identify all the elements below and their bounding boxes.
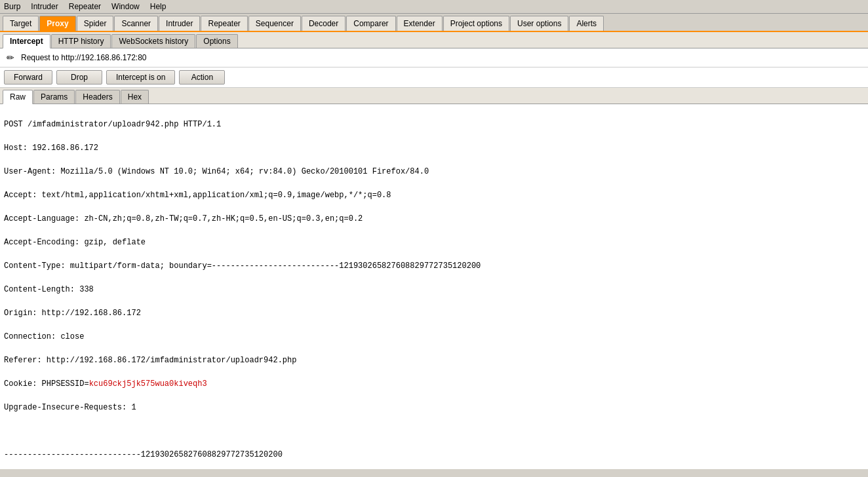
tab-websockets-history[interactable]: WebSockets history [111, 34, 195, 48]
request-line4: Accept: text/html,application/xhtml+xml,… [4, 189, 864, 201]
request-line3: User-Agent: Mozilla/5.0 (Windows NT 10.0… [4, 166, 864, 178]
tab-extender[interactable]: Extender [397, 16, 443, 31]
menu-intruder[interactable]: Intruder [30, 1, 59, 12]
request-line6: Accept-Encoding: gzip, deflate [4, 237, 864, 248]
second-nav: Intercept HTTP history WebSockets histor… [0, 32, 868, 48]
request-cookie-line: Cookie: PHPSESSID=kcu69ckj5jk575wua0kive… [4, 378, 864, 390]
request-line9: Origin: http://192.168.86.172 [4, 307, 864, 319]
tab-user-options[interactable]: User options [510, 16, 568, 31]
request-line15: -----------------------------12193026582… [4, 449, 864, 461]
menu-window[interactable]: Window [110, 1, 141, 12]
tab-http-history[interactable]: HTTP history [51, 34, 111, 48]
request-line14 [4, 425, 864, 437]
request-line11: Referer: http://192.168.86.172/imfadmini… [4, 354, 864, 366]
pencil-icon: ✏ [4, 51, 17, 64]
action-button[interactable]: Action [179, 70, 225, 85]
request-line8: Content-Length: 338 [4, 284, 864, 296]
top-nav: Target Proxy Spider Scanner Intruder Rep… [0, 14, 868, 32]
request-line5: Accept-Language: zh-CN,zh;q=0.8,zh-TW;q=… [4, 213, 864, 225]
request-line10: Connection: close [4, 331, 864, 343]
tab-options[interactable]: Options [196, 34, 237, 48]
menu-repeater[interactable]: Repeater [68, 1, 102, 12]
tab-spider[interactable]: Spider [77, 16, 114, 31]
tab-decoder[interactable]: Decoder [302, 16, 345, 31]
tab-hex[interactable]: Hex [121, 90, 149, 104]
request-line7: Content-Type: multipart/form-data; bound… [4, 260, 864, 272]
drop-button[interactable]: Drop [56, 70, 102, 85]
tab-params[interactable]: Params [33, 90, 75, 104]
tab-raw[interactable]: Raw [3, 90, 33, 104]
content-tabs: Raw Params Headers Hex [0, 88, 868, 104]
menu-burp[interactable]: Burp [3, 1, 22, 12]
tab-intruder[interactable]: Intruder [159, 16, 200, 31]
tab-target[interactable]: Target [3, 16, 39, 31]
forward-button[interactable]: Forward [4, 70, 52, 85]
tab-comparer[interactable]: Comparer [346, 16, 395, 31]
tab-intercept[interactable]: Intercept [3, 34, 50, 48]
request-line13: Upgrade-Insecure-Requests: 1 [4, 402, 864, 413]
tab-project-options[interactable]: Project options [443, 16, 509, 31]
action-bar: Forward Drop Intercept is on Action [0, 67, 868, 88]
menu-bar: Burp Intruder Repeater Window Help [0, 0, 868, 14]
tab-proxy[interactable]: Proxy [39, 16, 75, 31]
request-line2: Host: 192.168.86.172 [4, 142, 864, 154]
request-content[interactable]: POST /imfadministrator/uploadr942.php HT… [0, 104, 868, 469]
tab-sequencer[interactable]: Sequencer [248, 16, 301, 31]
request-header-bar: ✏ Request to http://192.168.86.172:80 [0, 48, 868, 67]
intercept-toggle-button[interactable]: Intercept is on [106, 70, 175, 85]
request-url: Request to http://192.168.86.172:80 [21, 53, 146, 62]
cookie-value: kcu69ckj5jk575wua0kiveqh3 [89, 379, 207, 389]
tab-repeater[interactable]: Repeater [201, 16, 247, 31]
tab-alerts[interactable]: Alerts [569, 16, 604, 31]
menu-help[interactable]: Help [149, 1, 168, 12]
request-line1: POST /imfadministrator/uploadr942.php HT… [4, 119, 864, 130]
tab-headers[interactable]: Headers [75, 90, 119, 104]
tab-scanner[interactable]: Scanner [114, 16, 158, 31]
